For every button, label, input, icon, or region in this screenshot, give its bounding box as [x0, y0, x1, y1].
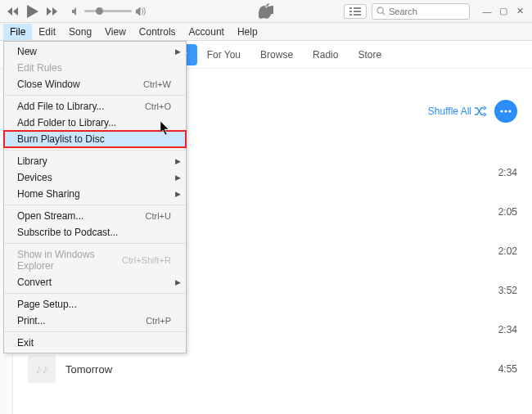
next-button[interactable]: [44, 4, 61, 19]
minimize-button[interactable]: —: [480, 4, 494, 19]
menu-item-label: Library: [17, 155, 47, 167]
menu-item-label: Add File to Library...: [17, 101, 105, 112]
menu-view[interactable]: View: [98, 24, 133, 40]
file-menu-item[interactable]: Devices▶: [4, 169, 186, 186]
svg-point-0: [377, 7, 383, 13]
track-art-icon: ♪♪: [28, 355, 56, 383]
menu-separator: [5, 243, 185, 244]
track-duration: 2:05: [485, 206, 517, 218]
file-menu-item[interactable]: Library▶: [4, 153, 186, 169]
shuffle-icon: [475, 106, 486, 116]
file-menu-item[interactable]: Print...Ctrl+P: [4, 313, 186, 329]
menu-item-label: Home Sharing: [17, 188, 80, 200]
close-button[interactable]: ✕: [512, 4, 527, 19]
file-menu-item: Edit Rules: [4, 60, 186, 76]
svg-point-1: [500, 110, 503, 112]
menu-item-label: New: [17, 46, 37, 57]
submenu-arrow-icon: ▶: [175, 47, 181, 56]
menu-separator: [5, 331, 185, 332]
track-duration: 3:52: [485, 285, 517, 296]
tab-browse[interactable]: Browse: [250, 44, 303, 65]
menu-file[interactable]: File: [3, 24, 32, 40]
shuffle-all-button[interactable]: Shuffle All: [428, 106, 486, 117]
menu-account[interactable]: Account: [183, 24, 231, 40]
submenu-arrow-icon: ▶: [175, 173, 181, 182]
menu-shortcut: Ctrl+W: [143, 79, 171, 89]
submenu-arrow-icon: ▶: [175, 278, 181, 286]
menu-shortcut: Ctrl+P: [146, 316, 171, 326]
menu-edit[interactable]: Edit: [32, 24, 62, 40]
menu-item-label: Add Folder to Library...: [17, 117, 116, 128]
maximize-button[interactable]: ▢: [496, 4, 511, 19]
menu-controls[interactable]: Controls: [133, 24, 183, 40]
file-menu-item[interactable]: Exit: [4, 335, 186, 351]
menu-item-label: Edit Rules: [17, 62, 62, 74]
play-button[interactable]: [25, 4, 41, 19]
tab-store[interactable]: Store: [348, 44, 391, 65]
menu-separator: [5, 205, 185, 205]
file-menu-item[interactable]: Subscribe to Podcast...: [4, 224, 186, 241]
file-menu-item[interactable]: Convert▶: [4, 274, 186, 290]
shuffle-label: Shuffle All: [428, 106, 471, 117]
menu-item-label: Page Setup...: [17, 299, 77, 310]
track-row[interactable]: ♪♪Tomorrow4:55: [28, 349, 517, 389]
search-input[interactable]: [389, 7, 462, 16]
svg-point-3: [508, 110, 511, 112]
file-menu-item[interactable]: Close WindowCtrl+W: [4, 76, 186, 92]
volume-control[interactable]: [72, 7, 146, 16]
ellipsis-icon: [500, 110, 512, 113]
apple-logo-icon: [259, 3, 273, 22]
file-menu-item[interactable]: Add Folder to Library...: [4, 115, 186, 131]
menu-shortcut: Ctrl+O: [145, 101, 171, 111]
menu-bar: File Edit Song View Controls Account Hel…: [0, 23, 532, 41]
tab-for-you[interactable]: For You: [197, 44, 250, 65]
list-view-button[interactable]: [344, 4, 367, 19]
track-duration: 4:55: [485, 363, 517, 375]
menu-separator: [5, 293, 185, 294]
file-menu-dropdown: New▶Edit RulesClose WindowCtrl+WAdd File…: [3, 41, 187, 353]
menu-item-label: Exit: [17, 337, 34, 349]
menu-item-label: Subscribe to Podcast...: [17, 227, 118, 238]
previous-button[interactable]: [5, 4, 21, 19]
menu-item-label: Burn Playlist to Disc: [17, 133, 105, 145]
menu-separator: [5, 95, 185, 96]
search-box[interactable]: [372, 3, 470, 20]
menu-item-label: Close Window: [17, 79, 80, 90]
track-name: Tomorrow: [65, 363, 485, 376]
title-bar: — ▢ ✕: [0, 0, 532, 23]
menu-item-label: Show in Windows Explorer: [17, 249, 122, 272]
titlebar-right: — ▢ ✕: [344, 3, 527, 20]
tab-radio[interactable]: Radio: [303, 44, 348, 65]
track-duration: 2:02: [485, 245, 517, 257]
more-actions-button[interactable]: [494, 100, 517, 123]
window-controls: — ▢ ✕: [480, 4, 527, 19]
menu-help[interactable]: Help: [231, 24, 264, 40]
file-menu-item[interactable]: New▶: [4, 43, 186, 60]
menu-shortcut: Ctrl+Shift+R: [122, 255, 171, 265]
file-menu-item[interactable]: Add File to Library...Ctrl+O: [4, 98, 186, 115]
file-menu-item: Show in Windows ExplorerCtrl+Shift+R: [4, 246, 186, 274]
file-menu-item[interactable]: Page Setup...: [4, 296, 186, 313]
file-menu-item[interactable]: Burn Playlist to Disc: [4, 131, 186, 147]
file-menu-item[interactable]: Home Sharing▶: [4, 186, 186, 202]
menu-song[interactable]: Song: [62, 24, 98, 40]
file-menu-item[interactable]: Open Stream...Ctrl+U: [4, 208, 186, 224]
search-icon: [376, 7, 385, 16]
svg-point-2: [504, 110, 507, 112]
menu-shortcut: Ctrl+U: [146, 211, 171, 221]
volume-high-icon: [136, 7, 146, 16]
menu-item-label: Open Stream...: [17, 210, 83, 222]
menu-separator: [5, 150, 185, 151]
submenu-arrow-icon: ▶: [175, 157, 181, 165]
menu-item-label: Devices: [17, 172, 52, 183]
volume-slider[interactable]: [84, 10, 132, 12]
track-duration: 2:34: [485, 167, 517, 178]
menu-item-label: Print...: [17, 315, 46, 326]
track-duration: 2:34: [485, 324, 517, 335]
submenu-arrow-icon: ▶: [175, 190, 181, 198]
volume-low-icon: [72, 7, 80, 16]
playback-controls: [5, 4, 146, 19]
menu-item-label: Convert: [17, 277, 52, 288]
